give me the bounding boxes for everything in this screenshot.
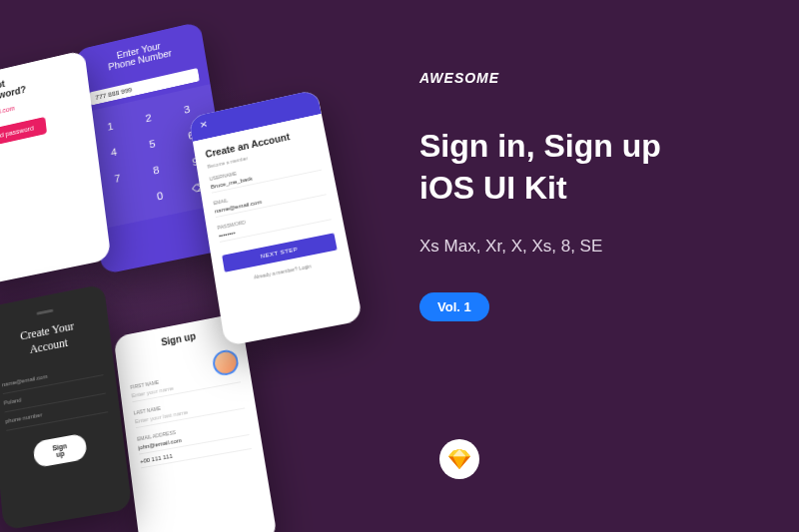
send-password-button[interactable]: end password [0, 117, 47, 148]
phone-create-dark: Create Your Account name@email.com Polan… [0, 283, 132, 530]
phone-mockups: Forgot Password? rt@mail.com end passwor… [0, 0, 400, 532]
volume-badge: Vol. 1 [419, 292, 489, 321]
phone-create-account: ✕ Create an Account Become a member USER… [189, 90, 363, 346]
signup-button[interactable]: Sign up [33, 433, 88, 468]
title-line-1: Sign in, Sign up [419, 128, 661, 164]
phone-signup: Sign up First name Enter your name Last … [114, 312, 279, 532]
device-list: Xs Max, Xr, X, Xs, 8, SE [419, 237, 749, 257]
title-line-2: iOS UI Kit [419, 170, 567, 206]
content-panel: AWESOME Sign in, Sign up iOS UI Kit Xs M… [419, 70, 749, 321]
sketch-icon [439, 439, 479, 479]
main-title: Sign in, Sign up iOS UI Kit [419, 126, 749, 209]
brand-logo: AWESOME [419, 70, 749, 86]
dark-title: Create Your Account [0, 314, 100, 363]
